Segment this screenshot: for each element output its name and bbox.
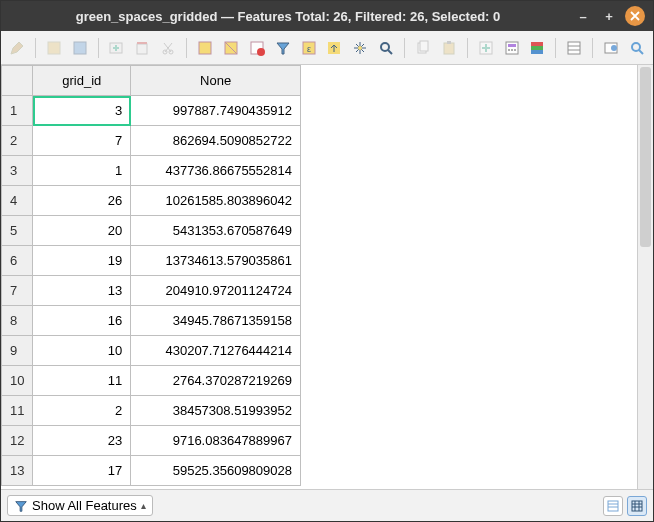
deselect-icon[interactable] — [247, 37, 267, 59]
table-row[interactable]: 61913734613.579035861 — [2, 246, 301, 276]
corner-cell[interactable] — [2, 66, 33, 96]
column-header-none[interactable]: None — [131, 66, 301, 96]
svg-point-23 — [511, 49, 513, 51]
maximize-button[interactable]: + — [599, 6, 619, 26]
zoom-icon[interactable] — [376, 37, 396, 59]
pan-icon[interactable] — [350, 37, 370, 59]
cell-value[interactable]: 10261585.803896042 — [131, 186, 301, 216]
cell-grid-id[interactable]: 20 — [33, 216, 131, 246]
cut-icon[interactable] — [158, 37, 178, 59]
select-all-icon[interactable] — [195, 37, 215, 59]
vertical-scrollbar[interactable] — [637, 65, 653, 489]
add-feature-icon[interactable] — [106, 37, 126, 59]
cell-grid-id[interactable]: 13 — [33, 276, 131, 306]
table-view-button[interactable] — [627, 496, 647, 516]
form-view-icon[interactable] — [564, 37, 584, 59]
row-header[interactable]: 1 — [2, 96, 33, 126]
row-header[interactable]: 10 — [2, 366, 33, 396]
table-row[interactable]: 81634945.78671359158 — [2, 306, 301, 336]
delete-feature-icon[interactable] — [132, 37, 152, 59]
svg-point-9 — [257, 48, 265, 56]
cell-value[interactable]: 9716.083647889967 — [131, 426, 301, 456]
cell-grid-id[interactable]: 26 — [33, 186, 131, 216]
conditional-format-icon[interactable] — [527, 37, 547, 59]
row-header[interactable]: 8 — [2, 306, 33, 336]
cell-grid-id[interactable]: 17 — [33, 456, 131, 486]
cell-grid-id[interactable]: 3 — [33, 96, 131, 126]
cell-grid-id[interactable]: 1 — [33, 156, 131, 186]
move-top-icon[interactable] — [324, 37, 344, 59]
separator — [35, 38, 36, 58]
pencil-icon[interactable] — [7, 37, 27, 59]
cell-grid-id[interactable]: 16 — [33, 306, 131, 336]
content-area: grid_id None 13997887.749043591227862694… — [1, 65, 653, 489]
table-row[interactable]: 27862694.5090852722 — [2, 126, 301, 156]
row-header[interactable]: 11 — [2, 396, 33, 426]
filter-mode-button[interactable]: Show All Features ▴ — [7, 495, 153, 516]
svg-point-31 — [632, 43, 640, 51]
cell-value[interactable]: 204910.97201124724 — [131, 276, 301, 306]
cell-value[interactable]: 34945.78671359158 — [131, 306, 301, 336]
copy-icon[interactable] — [413, 37, 433, 59]
table-row[interactable]: 12239716.083647889967 — [2, 426, 301, 456]
field-calc-icon[interactable] — [502, 37, 522, 59]
table-row[interactable]: 10112764.370287219269 — [2, 366, 301, 396]
separator — [555, 38, 556, 58]
close-button[interactable] — [625, 6, 645, 26]
column-header-grid-id[interactable]: grid_id — [33, 66, 131, 96]
table-row[interactable]: 131759525.35609809028 — [2, 456, 301, 486]
row-header[interactable]: 4 — [2, 186, 33, 216]
cell-grid-id[interactable]: 23 — [33, 426, 131, 456]
select-by-value-icon[interactable]: ε — [299, 37, 319, 59]
table-row[interactable]: 11238457308.51993952 — [2, 396, 301, 426]
cell-value[interactable]: 59525.35609809028 — [131, 456, 301, 486]
attribute-table[interactable]: grid_id None 13997887.749043591227862694… — [1, 65, 301, 486]
actions-icon[interactable] — [601, 37, 621, 59]
scrollbar-thumb[interactable] — [640, 67, 651, 247]
cell-value[interactable]: 5431353.670587649 — [131, 216, 301, 246]
table-row[interactable]: 13997887.7490435912 — [2, 96, 301, 126]
window-title: green_spaces_gridded — Features Total: 2… — [9, 9, 567, 24]
row-header[interactable]: 5 — [2, 216, 33, 246]
row-header[interactable]: 2 — [2, 126, 33, 156]
cell-grid-id[interactable]: 11 — [33, 366, 131, 396]
row-header[interactable]: 9 — [2, 336, 33, 366]
cell-value[interactable]: 997887.7490435912 — [131, 96, 301, 126]
svg-rect-32 — [608, 501, 618, 511]
header-row: grid_id None — [2, 66, 301, 96]
cell-grid-id[interactable]: 7 — [33, 126, 131, 156]
cell-value[interactable]: 437736.86675552814 — [131, 156, 301, 186]
filter-icon[interactable] — [273, 37, 293, 59]
multiedit-icon[interactable] — [44, 37, 64, 59]
cell-value[interactable]: 2764.370287219269 — [131, 366, 301, 396]
row-header[interactable]: 6 — [2, 246, 33, 276]
svg-rect-27 — [531, 50, 543, 54]
row-header[interactable]: 12 — [2, 426, 33, 456]
table-row[interactable]: 5205431353.670587649 — [2, 216, 301, 246]
statusbar: Show All Features ▴ — [1, 489, 653, 521]
table-row[interactable]: 31437736.86675552814 — [2, 156, 301, 186]
row-header[interactable]: 7 — [2, 276, 33, 306]
form-view-button[interactable] — [603, 496, 623, 516]
cell-value[interactable]: 430207.71276444214 — [131, 336, 301, 366]
cell-grid-id[interactable]: 2 — [33, 396, 131, 426]
minimize-button[interactable]: – — [573, 6, 593, 26]
table-row[interactable]: 42610261585.803896042 — [2, 186, 301, 216]
cell-value[interactable]: 862694.5090852722 — [131, 126, 301, 156]
paste-icon[interactable] — [439, 37, 459, 59]
cell-grid-id[interactable]: 10 — [33, 336, 131, 366]
table-row[interactable]: 713204910.97201124724 — [2, 276, 301, 306]
save-edits-icon[interactable] — [70, 37, 90, 59]
cell-grid-id[interactable]: 19 — [33, 246, 131, 276]
chevron-up-icon: ▴ — [141, 500, 146, 511]
cell-value[interactable]: 13734613.579035861 — [131, 246, 301, 276]
separator — [592, 38, 593, 58]
dock-icon[interactable] — [627, 37, 647, 59]
row-header[interactable]: 3 — [2, 156, 33, 186]
new-field-icon[interactable] — [476, 37, 496, 59]
invert-select-icon[interactable] — [221, 37, 241, 59]
cell-value[interactable]: 38457308.51993952 — [131, 396, 301, 426]
table-row[interactable]: 910430207.71276444214 — [2, 336, 301, 366]
row-header[interactable]: 13 — [2, 456, 33, 486]
svg-point-13 — [358, 46, 362, 50]
